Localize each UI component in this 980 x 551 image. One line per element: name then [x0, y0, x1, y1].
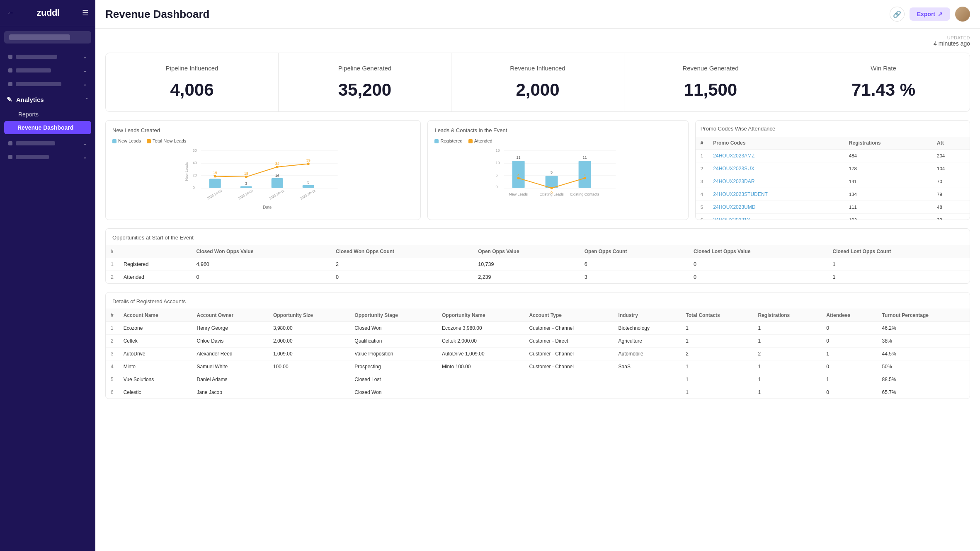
- export-button[interactable]: Export ↗: [910, 7, 950, 21]
- opp-clv: 0: [689, 258, 828, 271]
- registered-legend: Registered: [434, 138, 462, 143]
- acct-name: Celestic: [119, 386, 192, 399]
- promo-code: 24HOUX2023DAR: [708, 175, 844, 188]
- sidebar-item-analytics[interactable]: ✎ Analytics ⌃: [0, 92, 95, 108]
- acct-name: Vue Solutions: [119, 373, 192, 386]
- kpi-pipeline-generated-value: 35,200: [289, 80, 441, 100]
- sidebar-item-reports[interactable]: Reports: [0, 108, 95, 121]
- kpi-revenue-generated-title: Revenue Generated: [634, 65, 787, 72]
- new-leads-chart: New Leads Created New Leads Total New Le…: [105, 120, 421, 220]
- bar-4: [303, 185, 314, 188]
- svg-point-14: [245, 176, 247, 178]
- menu-icon[interactable]: ☰: [82, 8, 89, 17]
- opp-clv: 0: [689, 271, 828, 284]
- acct-name: Minto: [119, 360, 192, 373]
- acct-attendees: 0: [821, 335, 877, 348]
- acct-turnout: 44.5%: [877, 348, 970, 360]
- kpi-revenue-generated-value: 11,500: [634, 80, 787, 100]
- svg-point-13: [214, 175, 216, 178]
- updated-section: UPDATED 4 minutes ago: [105, 35, 970, 47]
- accounts-table: # Account Name Account Owner Opportunity…: [106, 309, 970, 399]
- acct-col-stage: Opportunity Stage: [349, 309, 437, 322]
- acct-num: 5: [106, 373, 119, 386]
- acct-stage: Closed Won: [349, 386, 437, 399]
- acct-oppname: AutoDrive 1,009.00: [437, 348, 524, 360]
- promo-code-row: 4 24HOUX2023STUDENT 134 79: [696, 188, 970, 201]
- svg-text:40: 40: [193, 161, 197, 165]
- sidebar-search-bar[interactable]: [4, 31, 91, 44]
- acct-owner: Henry George: [192, 322, 268, 335]
- avatar[interactable]: [955, 7, 970, 22]
- promo-code: 24HOUX2023AMZ: [708, 150, 844, 162]
- acct-attendees: 1: [821, 373, 877, 386]
- acct-oppname: [437, 386, 524, 399]
- nav-label-2: [16, 68, 51, 72]
- acct-stage: Prospecting: [349, 360, 437, 373]
- analytics-section: ✎ Analytics ⌃ Reports Revenue Dashboard: [0, 92, 95, 136]
- promo-att: 79: [932, 188, 970, 201]
- opp-ov: 10,739: [473, 258, 579, 271]
- acct-num: 2: [106, 335, 119, 348]
- kpi-win-rate-title: Win Rate: [807, 65, 960, 72]
- sidebar-logo: ← zuddl ☰: [0, 0, 95, 26]
- sidebar-item-extra2[interactable]: ⌄: [4, 151, 91, 163]
- svg-text:Date: Date: [263, 205, 272, 210]
- opp-col-clv: Closed Lost Opps Value: [689, 245, 828, 258]
- svg-text:3: 3: [245, 181, 247, 186]
- leads-contacts-chart-area: 15 10 5 0 11: [434, 147, 681, 213]
- svg-text:60: 60: [193, 148, 197, 152]
- opp-col-oc: Open Opps Count: [580, 245, 689, 258]
- acct-oppname: [437, 373, 524, 386]
- promo-code: 24HOUX2023SUX: [708, 162, 844, 175]
- new-leads-color: [112, 139, 116, 143]
- sidebar-item-revenue-dashboard[interactable]: Revenue Dashboard: [4, 121, 91, 134]
- account-row: 2 Celtek Chloe Davis 2,000.00 Qualificat…: [106, 335, 970, 348]
- acct-type: Customer - Direct: [524, 335, 614, 348]
- svg-text:11: 11: [517, 155, 521, 160]
- sidebar-item-group1[interactable]: ⌄: [4, 51, 91, 63]
- account-row: 4 Minto Samuel White 100.00 Prospecting …: [106, 360, 970, 373]
- new-leads-chart-area: 60 40 20 0 New Leads 15: [112, 147, 414, 213]
- acct-col-attendees: Attendees: [821, 309, 877, 322]
- sidebar-item-group2[interactable]: ⌄: [4, 64, 91, 77]
- acct-oppname: Minto 100.00: [437, 360, 524, 373]
- updated-label: UPDATED: [105, 35, 970, 40]
- kpi-win-rate: Win Rate 71.43 %: [797, 53, 970, 111]
- new-leads-legend-item1: New Leads: [112, 138, 141, 143]
- svg-text:10: 10: [496, 161, 500, 165]
- svg-text:16: 16: [275, 174, 279, 178]
- svg-text:18: 18: [244, 172, 248, 176]
- svg-text:19: 19: [213, 171, 217, 175]
- svg-point-15: [276, 166, 279, 168]
- acct-col-size: Opportunity Size: [268, 309, 349, 322]
- account-row: 3 AutoDrive Alexander Reed 1,009.00 Valu…: [106, 348, 970, 360]
- acct-industry: SaaS: [614, 360, 681, 373]
- acct-num: 6: [106, 386, 119, 399]
- dashboard-content: UPDATED 4 minutes ago Pipeline Influence…: [95, 29, 980, 414]
- nav-label-e2: [16, 155, 49, 159]
- promo-codes-section: Promo Codes Wise Attendance # Promo Code…: [695, 120, 970, 220]
- kpi-pipeline-influenced: Pipeline Influenced 4,006: [106, 53, 279, 111]
- acct-owner: Alexander Reed: [192, 348, 268, 360]
- chevron-icon-e2: ⌄: [83, 154, 87, 160]
- acct-industry: [614, 386, 681, 399]
- kpi-pipeline-influenced-title: Pipeline Influenced: [116, 65, 268, 72]
- back-arrow-icon[interactable]: ←: [7, 9, 14, 17]
- acct-col-name: Account Name: [119, 309, 192, 322]
- svg-text:2023-10-11: 2023-10-11: [269, 189, 285, 201]
- sidebar-item-group3[interactable]: ⌄: [4, 78, 91, 90]
- acct-owner: Daniel Adams: [192, 373, 268, 386]
- updated-time: 4 minutes ago: [105, 40, 970, 47]
- acct-type: [524, 386, 614, 399]
- opp-clc: 1: [828, 271, 970, 284]
- svg-text:5: 5: [551, 170, 553, 174]
- acct-size: 3,980.00: [268, 322, 349, 335]
- chevron-icon-e1: ⌄: [83, 140, 87, 146]
- link-icon[interactable]: 🔗: [890, 7, 905, 22]
- promo-att: 48: [932, 201, 970, 214]
- promo-code-row: 2 24HOUX2023SUX 178 104: [696, 162, 970, 175]
- svg-rect-36: [546, 176, 558, 188]
- kpi-revenue-influenced: Revenue Influenced 2,000: [451, 53, 624, 111]
- leads-contacts-legend: Registered Attended: [434, 138, 681, 143]
- sidebar-item-extra1[interactable]: ⌄: [4, 137, 91, 150]
